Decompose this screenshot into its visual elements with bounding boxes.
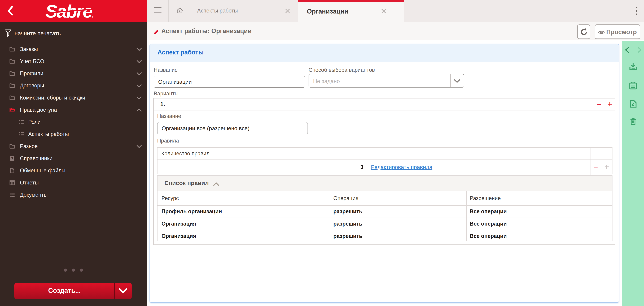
svg-text:?: ? [11,156,13,161]
